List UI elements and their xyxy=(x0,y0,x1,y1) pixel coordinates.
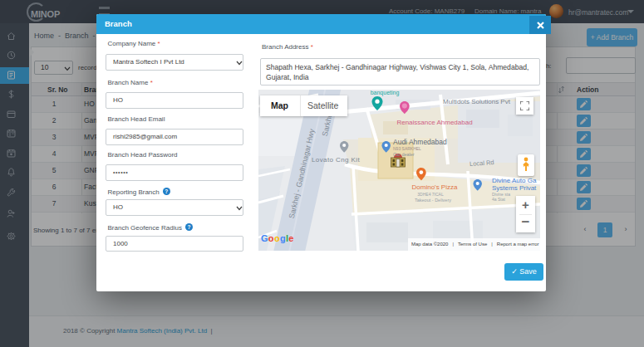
svg-text:Car dealer: Car dealer xyxy=(393,152,415,157)
svg-text:Takeout - Delivery: Takeout - Delivery xyxy=(415,198,451,203)
svg-text:Multidots Solutions Pvt: Multidots Solutions Pvt xyxy=(443,98,511,105)
svg-text:Domino's Pizza: Domino's Pizza xyxy=(412,183,458,191)
svg-text:N93 SARKHEL: N93 SARKHEL xyxy=(393,146,421,151)
svg-text:Divine Auto Ga: Divine Auto Ga xyxy=(492,177,537,184)
svg-text:Lovato Cng Kit: Lovato Cng Kit xyxy=(312,156,360,164)
svg-text:4a Stat: 4a Stat xyxy=(492,197,505,202)
svg-text:Renaissance Ahmedabad: Renaissance Ahmedabad xyxy=(396,119,472,126)
svg-text:banqueting: banqueting xyxy=(371,90,400,96)
svg-text:Systems Privat: Systems Privat xyxy=(492,184,537,192)
svg-text:Audi Ahmedabad: Audi Ahmedabad xyxy=(393,138,447,146)
svg-text:3DHE4 7ICAL: 3DHE4 7ICAL xyxy=(417,192,444,197)
